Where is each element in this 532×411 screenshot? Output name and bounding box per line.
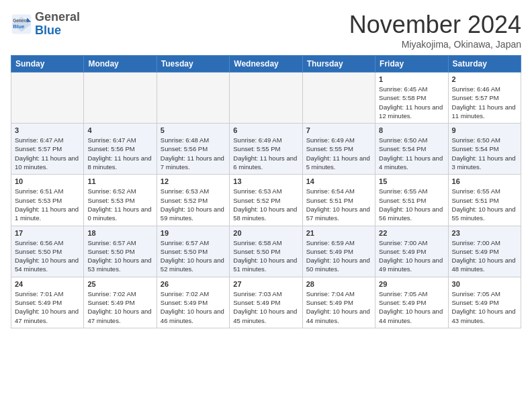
- calendar-cell: 16Sunrise: 6:55 AMSunset: 5:51 PMDayligh…: [448, 175, 521, 226]
- day-info: Sunrise: 6:55 AMSunset: 5:51 PMDaylight:…: [379, 187, 444, 222]
- calendar-week-5: 24Sunrise: 7:01 AMSunset: 5:49 PMDayligh…: [11, 277, 521, 328]
- calendar-cell: 27Sunrise: 7:03 AMSunset: 5:49 PMDayligh…: [230, 277, 302, 328]
- weekday-header-sunday: Sunday: [11, 56, 84, 73]
- day-number: 29: [379, 280, 444, 288]
- logo-icon: General Blue: [11, 13, 32, 35]
- day-number: 25: [87, 280, 152, 288]
- location: Miyakojima, Okinawa, Japan: [349, 39, 521, 50]
- weekday-header-wednesday: Wednesday: [230, 56, 302, 73]
- weekday-header-monday: Monday: [84, 56, 157, 73]
- calendar-cell: 1Sunrise: 6:45 AMSunset: 5:58 PMDaylight…: [375, 73, 448, 124]
- calendar-cell: 9Sunrise: 6:50 AMSunset: 5:54 PMDaylight…: [448, 124, 521, 175]
- day-number: 12: [161, 177, 226, 185]
- calendar-cell: [84, 73, 157, 124]
- calendar-cell: 30Sunrise: 7:05 AMSunset: 5:49 PMDayligh…: [448, 277, 521, 328]
- calendar-cell: 18Sunrise: 6:57 AMSunset: 5:50 PMDayligh…: [84, 226, 157, 277]
- day-info: Sunrise: 6:50 AMSunset: 5:54 PMDaylight:…: [379, 136, 444, 171]
- title-area: November 2024 Miyakojima, Okinawa, Japan: [349, 11, 521, 50]
- day-info: Sunrise: 7:03 AMSunset: 5:49 PMDaylight:…: [233, 289, 298, 325]
- day-number: 11: [87, 177, 152, 185]
- calendar-cell: 11Sunrise: 6:52 AMSunset: 5:53 PMDayligh…: [84, 175, 157, 226]
- day-number: 9: [452, 126, 517, 134]
- calendar-cell: 20Sunrise: 6:58 AMSunset: 5:50 PMDayligh…: [230, 226, 302, 277]
- day-number: 15: [379, 177, 444, 185]
- day-info: Sunrise: 6:53 AMSunset: 5:52 PMDaylight:…: [233, 187, 298, 222]
- day-number: 13: [233, 177, 298, 185]
- calendar-cell: 2Sunrise: 6:46 AMSunset: 5:57 PMDaylight…: [448, 73, 521, 124]
- day-info: Sunrise: 7:05 AMSunset: 5:49 PMDaylight:…: [379, 289, 444, 325]
- calendar-cell: [157, 73, 229, 124]
- calendar-cell: 15Sunrise: 6:55 AMSunset: 5:51 PMDayligh…: [375, 175, 448, 226]
- day-number: 8: [379, 126, 444, 134]
- day-info: Sunrise: 6:45 AMSunset: 5:58 PMDaylight:…: [379, 85, 444, 120]
- logo: General Blue General Blue: [11, 11, 80, 38]
- day-info: Sunrise: 6:56 AMSunset: 5:50 PMDaylight:…: [15, 238, 80, 274]
- calendar-week-2: 3Sunrise: 6:47 AMSunset: 5:57 PMDaylight…: [11, 124, 521, 175]
- day-info: Sunrise: 7:02 AMSunset: 5:49 PMDaylight:…: [161, 289, 226, 325]
- day-number: 28: [306, 280, 371, 288]
- day-info: Sunrise: 6:59 AMSunset: 5:49 PMDaylight:…: [306, 238, 371, 274]
- day-info: Sunrise: 7:00 AMSunset: 5:49 PMDaylight:…: [452, 238, 517, 274]
- weekday-header-friday: Friday: [375, 56, 448, 73]
- day-number: 19: [161, 229, 226, 237]
- day-info: Sunrise: 7:05 AMSunset: 5:49 PMDaylight:…: [452, 289, 517, 325]
- calendar-cell: 24Sunrise: 7:01 AMSunset: 5:49 PMDayligh…: [11, 277, 84, 328]
- day-number: 16: [452, 177, 517, 185]
- calendar-cell: 6Sunrise: 6:49 AMSunset: 5:55 PMDaylight…: [230, 124, 302, 175]
- calendar-cell: 8Sunrise: 6:50 AMSunset: 5:54 PMDaylight…: [375, 124, 448, 175]
- calendar-cell: [302, 73, 375, 124]
- calendar-cell: 17Sunrise: 6:56 AMSunset: 5:50 PMDayligh…: [11, 226, 84, 277]
- day-info: Sunrise: 7:04 AMSunset: 5:49 PMDaylight:…: [306, 289, 371, 325]
- day-number: 6: [233, 126, 298, 134]
- calendar-cell: 13Sunrise: 6:53 AMSunset: 5:52 PMDayligh…: [230, 175, 302, 226]
- day-number: 10: [15, 177, 80, 185]
- day-number: 7: [306, 126, 371, 134]
- logo-text: General Blue: [35, 11, 80, 38]
- calendar-cell: 26Sunrise: 7:02 AMSunset: 5:49 PMDayligh…: [157, 277, 229, 328]
- calendar-cell: 21Sunrise: 6:59 AMSunset: 5:49 PMDayligh…: [302, 226, 375, 277]
- day-number: 24: [15, 280, 80, 288]
- day-number: 14: [306, 177, 371, 185]
- day-number: 26: [161, 280, 226, 288]
- page-header: General Blue General Blue November 2024 …: [11, 11, 521, 50]
- day-number: 20: [233, 229, 298, 237]
- calendar-cell: 4Sunrise: 6:47 AMSunset: 5:56 PMDaylight…: [84, 124, 157, 175]
- day-number: 3: [15, 126, 80, 134]
- calendar-table: SundayMondayTuesdayWednesdayThursdayFrid…: [11, 55, 521, 328]
- calendar-cell: 3Sunrise: 6:47 AMSunset: 5:57 PMDaylight…: [11, 124, 84, 175]
- weekday-header-tuesday: Tuesday: [157, 56, 229, 73]
- day-number: 30: [452, 280, 517, 288]
- day-info: Sunrise: 6:53 AMSunset: 5:52 PMDaylight:…: [161, 187, 226, 222]
- calendar-cell: [230, 73, 302, 124]
- day-number: 17: [15, 229, 80, 237]
- day-info: Sunrise: 6:46 AMSunset: 5:57 PMDaylight:…: [452, 85, 517, 120]
- day-info: Sunrise: 6:49 AMSunset: 5:55 PMDaylight:…: [306, 136, 371, 171]
- day-number: 22: [379, 229, 444, 237]
- month-title: November 2024: [349, 11, 521, 39]
- day-number: 1: [379, 75, 444, 83]
- day-info: Sunrise: 7:01 AMSunset: 5:49 PMDaylight:…: [15, 289, 80, 325]
- calendar-cell: 25Sunrise: 7:02 AMSunset: 5:49 PMDayligh…: [84, 277, 157, 328]
- calendar-week-1: 1Sunrise: 6:45 AMSunset: 5:58 PMDaylight…: [11, 73, 521, 124]
- day-number: 4: [87, 126, 152, 134]
- day-number: 2: [452, 75, 517, 83]
- calendar-cell: 29Sunrise: 7:05 AMSunset: 5:49 PMDayligh…: [375, 277, 448, 328]
- calendar-week-4: 17Sunrise: 6:56 AMSunset: 5:50 PMDayligh…: [11, 226, 521, 277]
- weekday-header-saturday: Saturday: [448, 56, 521, 73]
- svg-text:Blue: Blue: [13, 23, 25, 29]
- calendar-cell: 14Sunrise: 6:54 AMSunset: 5:51 PMDayligh…: [302, 175, 375, 226]
- day-number: 18: [87, 229, 152, 237]
- day-number: 21: [306, 229, 371, 237]
- day-number: 5: [161, 126, 226, 134]
- svg-text:General: General: [13, 18, 29, 23]
- calendar-header-row: SundayMondayTuesdayWednesdayThursdayFrid…: [11, 56, 521, 73]
- day-number: 23: [452, 229, 517, 237]
- calendar-cell: 5Sunrise: 6:48 AMSunset: 5:56 PMDaylight…: [157, 124, 229, 175]
- day-info: Sunrise: 6:48 AMSunset: 5:56 PMDaylight:…: [161, 136, 226, 171]
- calendar-cell: 19Sunrise: 6:57 AMSunset: 5:50 PMDayligh…: [157, 226, 229, 277]
- calendar-cell: [11, 73, 84, 124]
- day-info: Sunrise: 6:51 AMSunset: 5:53 PMDaylight:…: [15, 187, 80, 222]
- day-info: Sunrise: 6:49 AMSunset: 5:55 PMDaylight:…: [233, 136, 298, 171]
- day-info: Sunrise: 6:50 AMSunset: 5:54 PMDaylight:…: [452, 136, 517, 171]
- day-info: Sunrise: 6:57 AMSunset: 5:50 PMDaylight:…: [161, 238, 226, 274]
